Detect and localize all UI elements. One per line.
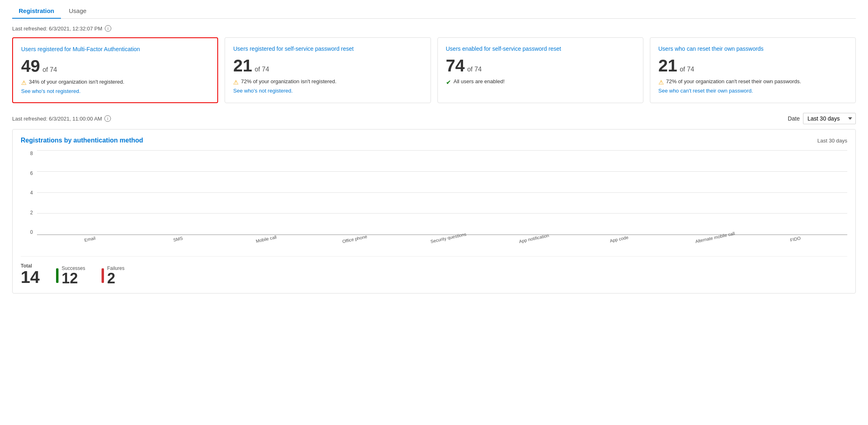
card-mfa: Users registered for Multi-Factor Authen… <box>12 37 218 103</box>
card-sspr-enabled-title[interactable]: Users enabled for self-service password … <box>446 45 635 52</box>
card-sspr-registered-title[interactable]: Users registered for self-service passwo… <box>233 45 422 52</box>
legend-successes: Successes 12 <box>56 265 85 286</box>
card-sspr-enabled-success: ✔ All users are enabled! <box>446 78 635 86</box>
chart-section: Registrations by authentication method L… <box>12 129 856 293</box>
warning-icon-mfa: ⚠ <box>21 79 26 86</box>
card-mfa-count: 49of 74 <box>21 58 209 75</box>
x-label-2: Mobile call <box>254 234 279 244</box>
chart-area <box>37 151 847 235</box>
x-label-5: App notification <box>518 234 543 244</box>
y-label-8: 8 <box>21 151 35 156</box>
tab-registration[interactable]: Registration <box>12 3 61 18</box>
warning-icon-can-reset: ⚠ <box>658 79 664 86</box>
refresh-timestamp-1: Last refreshed: 6/3/2021, 12:32:07 PM i <box>12 25 856 32</box>
tab-usage[interactable]: Usage <box>63 3 93 18</box>
warning-icon-sspr-registered: ⚠ <box>233 79 238 86</box>
chart-title-row: Registrations by authentication method L… <box>21 137 847 144</box>
chart-title: Registrations by authentication method <box>21 137 143 144</box>
y-label-0: 0 <box>21 229 35 235</box>
date-label: Date <box>788 115 800 122</box>
refresh-timestamp-2: Last refreshed: 6/3/2021, 11:00:00 AM i <box>12 115 111 122</box>
card-sspr-registered: Users registered for self-service passwo… <box>225 37 431 103</box>
card-can-reset-warning: ⚠ 72% of your organization can't reset t… <box>658 78 847 86</box>
summary-cards: Users registered for Multi-Factor Authen… <box>12 37 856 103</box>
legend-total: Total 14 <box>21 263 40 286</box>
card-sspr-enabled: Users enabled for self-service password … <box>437 37 643 103</box>
card-sspr-registered-warning: ⚠ 72% of your organization isn't registe… <box>233 78 422 86</box>
x-label-4: Security questions <box>430 234 455 244</box>
y-label-2: 2 <box>21 210 35 216</box>
card-sspr-enabled-count: 74of 74 <box>446 57 635 74</box>
card-mfa-title[interactable]: Users registered for Multi-Factor Authen… <box>21 45 209 53</box>
x-label-0: Email <box>77 234 102 244</box>
card-mfa-link[interactable]: See who's not registered. <box>21 88 209 94</box>
legend-failure-bar <box>102 268 104 283</box>
legend-successes-value: 12 <box>62 271 85 286</box>
legend-failures-value: 2 <box>107 271 125 286</box>
date-dropdown[interactable]: Last 30 days Last 7 days Last 90 days <box>803 113 856 124</box>
bars-container <box>37 151 847 235</box>
tabs-bar: Registration Usage <box>12 0 856 19</box>
card-mfa-warning: ⚠ 34% of your organization isn't registe… <box>21 79 209 86</box>
card-can-reset-link[interactable]: See who can't reset their own password. <box>658 88 847 94</box>
x-label-3: Office phone <box>342 234 367 244</box>
legend-failures: Failures 2 <box>102 265 125 286</box>
card-sspr-registered-count: 21of 74 <box>233 57 422 74</box>
info-icon-1[interactable]: i <box>105 25 111 32</box>
x-label-7: Alternate mobile call <box>695 234 720 244</box>
y-label-4: 4 <box>21 190 35 196</box>
card-can-reset: Users who can reset their own passwords … <box>650 37 856 103</box>
bar-chart: 0 2 4 6 8 <box>21 151 847 248</box>
x-label-1: SMS <box>165 234 190 244</box>
info-icon-2[interactable]: i <box>104 115 111 122</box>
x-label-8: FIDO <box>783 234 808 244</box>
card-sspr-registered-link[interactable]: See who's not registered. <box>233 88 422 94</box>
y-label-6: 6 <box>21 170 35 176</box>
chart-period: Last 30 days <box>817 138 847 144</box>
legend-total-value: 14 <box>21 269 40 286</box>
x-label-6: App code <box>607 234 632 244</box>
card-can-reset-count: 21of 74 <box>658 57 847 74</box>
legend-row: Total 14 Successes 12 Failures 2 <box>21 256 847 286</box>
date-selector: Date Last 30 days Last 7 days Last 90 da… <box>788 113 856 124</box>
legend-success-bar <box>56 268 58 283</box>
card-can-reset-title[interactable]: Users who can reset their own passwords <box>658 45 847 52</box>
success-icon-sspr: ✔ <box>446 79 451 86</box>
x-axis-labels: EmailSMSMobile callOffice phoneSecurity … <box>37 235 847 248</box>
